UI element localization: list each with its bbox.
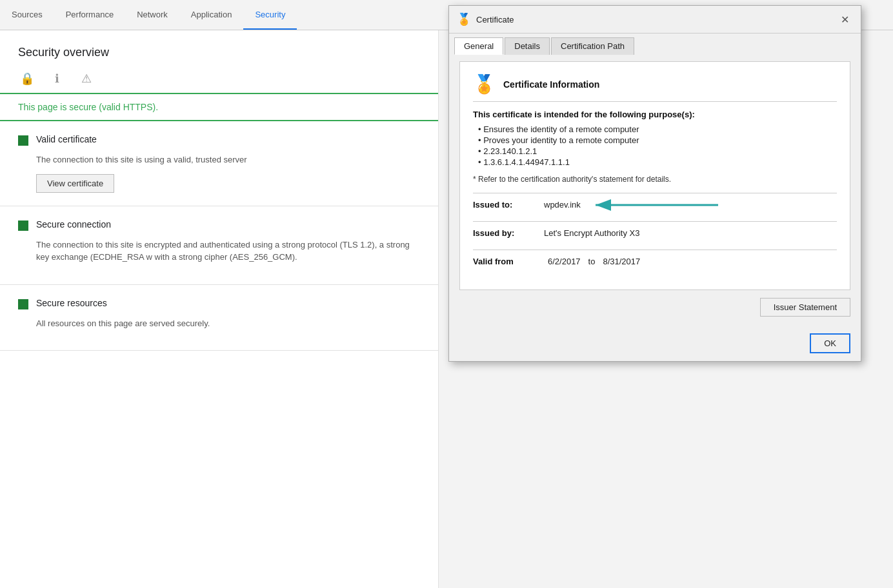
issued-to-row: Issued to: wpdev.ink [473,200,837,210]
list-item: 2.23.140.1.2.1 [478,146,837,156]
lock-icon: 🔒 [18,70,36,88]
arrow-annotation [589,195,731,215]
tab-security[interactable]: Security [243,0,297,30]
green-square-icon-2 [18,220,28,231]
issued-by-row: Issued by: Let's Encrypt Authority X3 [473,228,837,238]
section-desc-3: All resources on this page are served se… [36,317,420,330]
dialog-titlebar: 🏅 Certificate ✕ [449,6,861,34]
warning-icon: ⚠ [77,70,95,88]
secure-banner-text: This page is secure (valid HTTPS). [18,102,158,112]
view-certificate-button[interactable]: View certificate [36,174,114,193]
dialog-tabs: General Details Certification Path [449,34,861,55]
dialog-title-left: 🏅 Certificate [457,12,514,26]
section-title-3: Secure resources [36,298,107,308]
tab-performance[interactable]: Performance [54,0,125,30]
security-panel: Security overview 🔒 ℹ ⚠ This page is sec… [0,30,439,588]
dialog-tab-certification-path[interactable]: Certification Path [551,37,634,55]
tab-network[interactable]: Network [125,0,179,30]
cert-purposes-label: This certificate is intended for the fol… [473,110,837,119]
valid-from-value: 6/2/2017 [548,257,581,266]
issued-by-value: Let's Encrypt Authority X3 [544,228,639,238]
section-title-row: Valid certificate [18,134,420,148]
cert-info-header: 🏅 Certificate Information [473,74,837,102]
list-item: Proves your identity to a remote compute… [478,135,837,145]
issued-to-value: wpdev.ink [544,200,581,210]
dialog-tab-general[interactable]: General [454,37,503,55]
ok-button[interactable]: OK [810,333,850,353]
green-square-icon [18,135,28,146]
green-square-icon-3 [18,299,28,309]
valid-dates-row: Valid from 6/2/2017 to 8/31/2017 [473,257,837,266]
valid-certificate-section: Valid certificate The connection to this… [0,121,438,206]
valid-from-label: Valid from [473,257,544,266]
dialog-body: 🏅 Certificate Information This certifica… [449,55,861,328]
info-icon: ℹ [48,70,66,88]
secure-banner: This page is secure (valid HTTPS). [0,93,438,121]
cert-info-title: Certificate Information [503,79,599,90]
cert-header-icon: 🏅 [473,74,496,95]
security-icons-row: 🔒 ℹ ⚠ [0,70,438,88]
list-item: 1.3.6.1.4.1.44947.1.1.1 [478,157,837,167]
tab-application[interactable]: Application [179,0,244,30]
section-title-row-2: Secure connection [18,219,420,233]
tab-sources[interactable]: Sources [0,0,54,30]
dialog-close-button[interactable]: ✕ [836,11,853,28]
section-desc: The connection to this site is using a v… [36,153,420,166]
secure-resources-section: Secure resources All resources on this p… [0,285,438,351]
section-title-row-3: Secure resources [18,298,420,312]
cert-divider-3 [473,250,837,250]
secure-connection-section: Secure connection The connection to this… [0,206,438,285]
valid-to-label: to [588,257,596,266]
certificate-dialog[interactable]: 🏅 Certificate ✕ General Details Certific… [448,5,861,362]
list-item: Ensures the identity of a remote compute… [478,124,837,134]
valid-to-value: 8/31/2017 [603,257,640,266]
cert-purposes-list: Ensures the identity of a remote compute… [478,124,837,167]
cert-divider-2 [473,221,837,222]
issuer-statement-button[interactable]: Issuer Statement [760,298,850,317]
dialog-footer: OK [449,328,861,361]
section-title: Valid certificate [36,134,97,144]
section-desc-2: The connection to this site is encrypted… [36,239,420,264]
cert-info-box: 🏅 Certificate Information This certifica… [459,61,850,290]
issuer-statement-row: Issuer Statement [459,298,850,317]
cert-divider [473,193,837,193]
overview-title: Security overview [0,30,438,70]
cert-note: * Refer to the certification authority's… [473,175,837,184]
certificate-icon: 🏅 [457,12,471,26]
section-title-2: Secure connection [36,219,111,230]
dialog-title-text: Certificate [476,15,514,24]
issued-by-label: Issued by: [473,228,544,238]
issued-to-label: Issued to: [473,200,544,210]
dialog-tab-details[interactable]: Details [505,37,550,55]
